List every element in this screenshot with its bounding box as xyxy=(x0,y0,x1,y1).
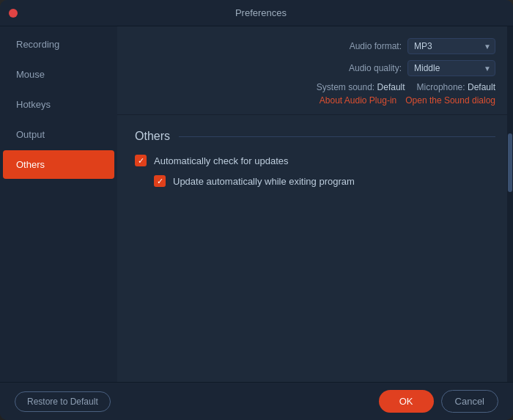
checkmark-icon-2: ✓ xyxy=(157,177,163,185)
system-sound-label: System sound: Default xyxy=(317,82,405,92)
scrollbar-thumb[interactable] xyxy=(508,133,512,192)
auto-update-exit-label: Update automatically while exiting progr… xyxy=(173,176,355,187)
scrollbar-track[interactable] xyxy=(507,26,513,382)
auto-update-exit-checkbox[interactable]: ✓ xyxy=(154,175,166,187)
system-sound-value: Default xyxy=(377,82,405,92)
open-sound-dialog-link[interactable]: Open the Sound dialog xyxy=(405,95,495,106)
sidebar-item-hotkeys[interactable]: Hotkeys xyxy=(3,90,114,119)
close-button[interactable] xyxy=(9,9,18,18)
audio-quality-label: Audio quality: xyxy=(349,63,402,73)
sidebar-item-recording[interactable]: Recording xyxy=(3,30,114,59)
audio-quality-row: Audio quality: Middle Low High ▼ xyxy=(135,60,495,76)
audio-format-row: Audio format: MP3 WAV AAC ▼ xyxy=(135,38,495,54)
sound-info-row: System sound: Default Microphone: Defaul… xyxy=(135,82,495,92)
auto-check-updates-label: Automatically check for updates xyxy=(154,155,289,166)
sidebar-item-output[interactable]: Output xyxy=(3,120,114,149)
main-content: Recording Mouse Hotkeys Output Others Au… xyxy=(0,26,513,382)
microphone-label: Microphone: Default xyxy=(417,82,495,92)
restore-default-button[interactable]: Restore to Default xyxy=(15,391,111,412)
auto-update-exit-item[interactable]: ✓ Update automatically while exiting pro… xyxy=(135,175,495,187)
footer: Restore to Default OK Cancel xyxy=(0,382,513,420)
sidebar: Recording Mouse Hotkeys Output Others xyxy=(0,26,117,382)
audio-quality-select[interactable]: Middle Low High xyxy=(407,60,495,76)
audio-format-label: Audio format: xyxy=(350,41,402,51)
content-area: Audio format: MP3 WAV AAC ▼ Audio qualit… xyxy=(117,26,513,382)
ok-button[interactable]: OK xyxy=(379,390,434,413)
auto-check-updates-checkbox[interactable]: ✓ xyxy=(135,155,147,166)
sidebar-item-others[interactable]: Others xyxy=(3,150,114,179)
audio-settings-panel: Audio format: MP3 WAV AAC ▼ Audio qualit… xyxy=(117,26,513,115)
audio-format-select-wrapper: MP3 WAV AAC ▼ xyxy=(407,38,495,54)
section-header: Others xyxy=(135,130,495,143)
section-divider xyxy=(179,136,495,137)
links-row: About Audio Plug-in Open the Sound dialo… xyxy=(135,95,495,108)
audio-quality-select-wrapper: Middle Low High ▼ xyxy=(407,60,495,76)
others-panel-body: Others ✓ Automatically check for updates… xyxy=(117,115,513,382)
about-audio-plugin-link[interactable]: About Audio Plug-in xyxy=(320,95,396,106)
checkmark-icon: ✓ xyxy=(138,157,144,165)
sidebar-item-mouse[interactable]: Mouse xyxy=(3,60,114,89)
section-title: Others xyxy=(135,130,170,143)
titlebar: Preferences xyxy=(0,0,513,26)
cancel-button[interactable]: Cancel xyxy=(441,390,498,413)
window-title: Preferences xyxy=(18,7,504,18)
microphone-value: Default xyxy=(468,82,495,92)
audio-format-select[interactable]: MP3 WAV AAC xyxy=(407,38,495,54)
preferences-window: Preferences Recording Mouse Hotkeys Outp… xyxy=(0,0,513,420)
footer-actions: OK Cancel xyxy=(379,390,498,413)
auto-check-updates-item[interactable]: ✓ Automatically check for updates xyxy=(135,155,495,166)
